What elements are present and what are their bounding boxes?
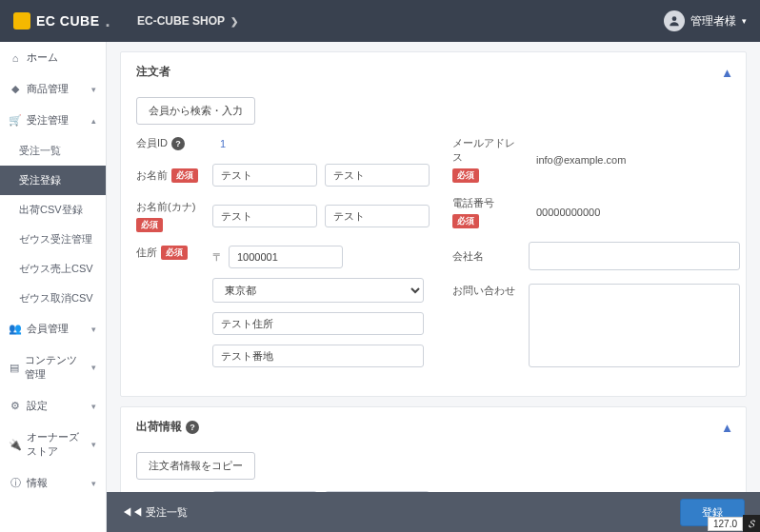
debug-value: 127.0 bbox=[708, 517, 743, 531]
avatar-icon bbox=[664, 10, 685, 31]
sidebar-item-content[interactable]: ▤ コンテンツ管理 ▾ bbox=[0, 345, 106, 390]
addr1-input[interactable] bbox=[212, 312, 424, 335]
top-header: EC CUBE. EC-CUBE SHOP❯ 管理者様 ▾ bbox=[0, 0, 760, 42]
name-sei-input[interactable] bbox=[212, 164, 317, 187]
sidebar-item-ownerstore[interactable]: 🔌 オーナーズストア ▾ bbox=[0, 422, 106, 467]
sidebar-sub-order-register[interactable]: 受注登録 bbox=[0, 166, 106, 195]
required-badge: 必須 bbox=[452, 214, 479, 228]
cart-icon: 🛒 bbox=[10, 114, 21, 127]
logo-text: EC CUBE bbox=[36, 13, 100, 29]
search-member-button[interactable]: 会員から検索・入力 bbox=[136, 97, 255, 125]
sidebar-item-orders[interactable]: 🛒 受注管理 ▴ bbox=[0, 105, 106, 136]
panel-orderer: 注文者 ▴ 会員から検索・入力 会員ID ? 1 bbox=[120, 51, 747, 397]
collapse-icon[interactable]: ▴ bbox=[724, 420, 730, 435]
kana-sei-input[interactable] bbox=[212, 205, 317, 227]
shop-name-link[interactable]: EC-CUBE SHOP❯ bbox=[137, 14, 238, 28]
sidebar-sub-zeus-orders[interactable]: ゼウス受注管理 bbox=[0, 225, 106, 254]
chevron-up-icon: ▴ bbox=[91, 116, 96, 126]
bottom-action-bar: ◀◀ 受注一覧 登録 bbox=[107, 492, 760, 532]
sidebar-sub-zeus-sales-csv[interactable]: ゼウス売上CSV bbox=[0, 254, 106, 284]
back-to-order-list[interactable]: ◀◀ 受注一覧 bbox=[122, 505, 188, 520]
label-email: メールアドレス 必須 bbox=[452, 136, 521, 183]
label-inquiry: お問い合わせ bbox=[452, 284, 521, 298]
required-badge: 必須 bbox=[136, 218, 163, 232]
chevron-down-icon: ▾ bbox=[742, 16, 747, 26]
symfony-icon: 𝓢 bbox=[743, 515, 760, 532]
users-icon: 👥 bbox=[10, 323, 21, 335]
debug-toolbar[interactable]: 127.0 𝓢 bbox=[708, 515, 760, 532]
home-icon: ⌂ bbox=[10, 52, 21, 64]
info-icon: ⓘ bbox=[10, 476, 21, 490]
sidebar-item-home[interactable]: ⌂ ホーム bbox=[0, 42, 106, 73]
double-chevron-left-icon: ◀◀ bbox=[122, 506, 143, 518]
cube-icon bbox=[13, 12, 30, 30]
collapse-icon[interactable]: ▴ bbox=[724, 65, 730, 80]
chevron-down-icon: ▾ bbox=[91, 85, 96, 94]
panel-shipping-header: 出荷情報 ? ▴ bbox=[121, 407, 746, 446]
chevron-right-icon: ❯ bbox=[230, 16, 238, 27]
company-input[interactable] bbox=[529, 242, 740, 270]
email-value: info@example.com bbox=[529, 154, 626, 166]
chevron-down-icon: ▾ bbox=[91, 440, 96, 449]
chevron-down-icon: ▾ bbox=[91, 363, 96, 372]
sidebar-item-products[interactable]: ◆ 商品管理 ▾ bbox=[0, 73, 106, 105]
user-label: 管理者様 bbox=[690, 13, 736, 30]
kana-mei-input[interactable] bbox=[325, 205, 430, 227]
member-id-link[interactable]: 1 bbox=[212, 138, 226, 149]
help-icon[interactable]: ? bbox=[171, 137, 185, 150]
inquiry-textarea[interactable] bbox=[529, 284, 740, 367]
required-badge: 必須 bbox=[161, 246, 188, 260]
doc-icon: ▤ bbox=[10, 362, 19, 374]
copy-orderer-button[interactable]: 注文者情報をコピー bbox=[136, 452, 255, 480]
prefecture-select[interactable]: 東京都 bbox=[212, 278, 424, 303]
gear-icon: ⚙ bbox=[10, 400, 21, 412]
sidebar-item-settings[interactable]: ⚙ 設定 ▾ bbox=[0, 390, 106, 422]
user-menu[interactable]: 管理者様 ▾ bbox=[664, 10, 747, 31]
orderer-left-col: 会員ID ? 1 お名前 必須 bbox=[136, 136, 430, 381]
zip-input[interactable] bbox=[229, 246, 343, 268]
help-icon[interactable]: ? bbox=[186, 421, 199, 434]
label-name: お名前 必須 bbox=[136, 168, 205, 183]
plug-icon: 🔌 bbox=[10, 439, 21, 451]
panel-shipping-title: 出荷情報 bbox=[136, 419, 182, 435]
sidebar: ⌂ ホーム ◆ 商品管理 ▾ 🛒 受注管理 ▴ 受注一覧 受注登録 出荷CSV登… bbox=[0, 42, 107, 532]
addr2-input[interactable] bbox=[212, 345, 424, 367]
orderer-right-col: メールアドレス 必須 info@example.com 電話番号 必須 0000… bbox=[452, 136, 740, 381]
panel-orderer-header: 注文者 ▴ bbox=[121, 52, 746, 91]
tag-icon: ◆ bbox=[10, 83, 21, 95]
required-badge: 必須 bbox=[171, 168, 198, 183]
sidebar-item-info[interactable]: ⓘ 情報 ▾ bbox=[0, 467, 106, 499]
name-mei-input[interactable] bbox=[325, 164, 430, 187]
sidebar-sub-order-list[interactable]: 受注一覧 bbox=[0, 136, 106, 166]
label-address: 住所 必須 bbox=[136, 246, 205, 260]
sidebar-sub-zeus-cancel-csv[interactable]: ゼウス取消CSV bbox=[0, 284, 106, 313]
sidebar-sub-shipping-csv[interactable]: 出荷CSV登録 bbox=[0, 195, 106, 225]
zip-prefix: 〒 bbox=[212, 250, 225, 265]
chevron-down-icon: ▾ bbox=[91, 402, 96, 411]
label-member-id: 会員ID ? bbox=[136, 136, 205, 150]
label-kana: お名前(カナ) 必須 bbox=[136, 200, 205, 232]
required-badge: 必須 bbox=[452, 168, 479, 183]
svg-point-0 bbox=[672, 16, 677, 21]
label-phone: 電話番号 必須 bbox=[452, 196, 521, 228]
sidebar-item-members[interactable]: 👥 会員管理 ▾ bbox=[0, 313, 106, 345]
logo[interactable]: EC CUBE. bbox=[13, 11, 110, 31]
panel-orderer-title: 注文者 bbox=[136, 64, 170, 80]
phone-value: 00000000000 bbox=[529, 207, 600, 218]
chevron-down-icon: ▾ bbox=[91, 479, 96, 488]
chevron-down-icon: ▾ bbox=[91, 325, 96, 334]
main-content: 注文者 ▴ 会員から検索・入力 会員ID ? 1 bbox=[107, 42, 760, 532]
label-company: 会社名 bbox=[452, 249, 521, 264]
